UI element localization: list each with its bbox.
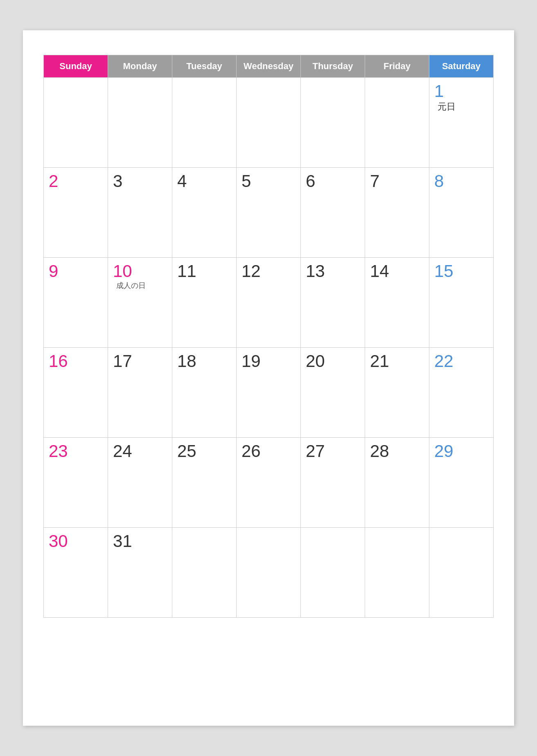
day-number: 11: [177, 262, 231, 281]
day-number: 6: [306, 172, 360, 191]
calendar-cell-w4-d1: 24: [108, 438, 172, 528]
weekday-header-sunday: Sunday: [44, 55, 108, 78]
day-number: 2: [49, 172, 103, 191]
calendar-cell-w3-d0: 16: [44, 348, 108, 438]
calendar-week-4: 23242526272829: [44, 438, 494, 528]
calendar-table: SundayMondayTuesdayWednesdayThursdayFrid…: [43, 55, 494, 618]
calendar-cell-w1-d0: 2: [44, 168, 108, 258]
day-number: 8: [434, 172, 488, 191]
calendar-cell-w3-d6: 22: [429, 348, 494, 438]
calendar-cell-w3-d2: 18: [172, 348, 237, 438]
calendar-cell-w5-d3: [237, 528, 301, 618]
day-number: 4: [177, 172, 231, 191]
calendar-cell-w5-d1: 31: [108, 528, 172, 618]
day-number: 25: [177, 442, 231, 461]
holiday-name: 成人の日: [116, 281, 146, 290]
calendar-cell-w1-d5: 7: [365, 168, 429, 258]
day-number: 19: [241, 352, 296, 371]
calendar-cell-w4-d0: 23: [44, 438, 108, 528]
calendar-cell-w5-d5: [365, 528, 429, 618]
day-number: 1: [434, 82, 488, 101]
weekday-header-friday: Friday: [365, 55, 429, 78]
weekday-header-thursday: Thursday: [301, 55, 365, 78]
calendar-cell-w0-d5: [365, 78, 429, 168]
day-number: 14: [370, 262, 424, 281]
calendar-cell-w4-d5: 28: [365, 438, 429, 528]
calendar-cell-w0-d1: [108, 78, 172, 168]
weekday-header-wednesday: Wednesday: [237, 55, 301, 78]
day-number: 18: [177, 352, 231, 371]
day-number: 22: [434, 352, 488, 371]
day-number: 29: [434, 442, 488, 461]
calendar-cell-w4-d2: 25: [172, 438, 237, 528]
calendar-cell-w2-d5: 14: [365, 258, 429, 348]
day-number: 26: [241, 442, 296, 461]
day-number: 27: [306, 442, 360, 461]
calendar-cell-w1-d2: 4: [172, 168, 237, 258]
day-number: 31: [113, 532, 167, 551]
calendar-cell-w4-d6: 29: [429, 438, 494, 528]
calendar-cell-w4-d3: 26: [237, 438, 301, 528]
calendar-cell-w1-d4: 6: [301, 168, 365, 258]
day-number: 3: [113, 172, 167, 191]
calendar-cell-w2-d0: 9: [44, 258, 108, 348]
calendar-cell-w0-d0: [44, 78, 108, 168]
calendar-cell-w1-d3: 5: [237, 168, 301, 258]
day-number: 28: [370, 442, 424, 461]
day-number: 13: [306, 262, 360, 281]
day-number: 12: [241, 262, 296, 281]
calendar-cell-w0-d2: [172, 78, 237, 168]
weekday-header-tuesday: Tuesday: [172, 55, 237, 78]
calendar-cell-w0-d6: 1元日: [429, 78, 494, 168]
day-number: 21: [370, 352, 424, 371]
calendar-cell-w3-d4: 20: [301, 348, 365, 438]
calendar-cell-w4-d4: 27: [301, 438, 365, 528]
calendar-week-2: 910成人の日1112131415: [44, 258, 494, 348]
calendar-cell-w1-d1: 3: [108, 168, 172, 258]
weekday-header-monday: Monday: [108, 55, 172, 78]
calendar-cell-w2-d3: 12: [237, 258, 301, 348]
day-number: 20: [306, 352, 360, 371]
day-number: 16: [49, 352, 103, 371]
calendar-cell-w2-d6: 15: [429, 258, 494, 348]
day-number: 9: [49, 262, 103, 281]
calendar-cell-w3-d3: 19: [237, 348, 301, 438]
day-number: 15: [434, 262, 488, 281]
weekday-header-saturday: Saturday: [429, 55, 494, 78]
calendar-cell-w2-d1: 10成人の日: [108, 258, 172, 348]
calendar-cell-w5-d4: [301, 528, 365, 618]
calendar-cell-w5-d6: [429, 528, 494, 618]
calendar-page: SundayMondayTuesdayWednesdayThursdayFrid…: [23, 30, 514, 726]
calendar-cell-w5-d0: 30: [44, 528, 108, 618]
calendar-cell-w3-d1: 17: [108, 348, 172, 438]
day-number: 23: [49, 442, 103, 461]
calendar-cell-w2-d4: 13: [301, 258, 365, 348]
day-number: 17: [113, 352, 167, 371]
day-number: 5: [241, 172, 296, 191]
calendar-cell-w1-d6: 8: [429, 168, 494, 258]
calendar-week-0: 1元日: [44, 78, 494, 168]
calendar-week-3: 16171819202122: [44, 348, 494, 438]
calendar-week-1: 2345678: [44, 168, 494, 258]
weekday-header-row: SundayMondayTuesdayWednesdayThursdayFrid…: [44, 55, 494, 78]
holiday-name: 元日: [438, 101, 456, 112]
calendar-cell-w0-d3: [237, 78, 301, 168]
calendar-cell-w3-d5: 21: [365, 348, 429, 438]
day-number: 30: [49, 532, 103, 551]
day-number: 10: [113, 262, 167, 281]
calendar-cell-w2-d2: 11: [172, 258, 237, 348]
day-number: 24: [113, 442, 167, 461]
day-number: 7: [370, 172, 424, 191]
calendar-week-5: 3031: [44, 528, 494, 618]
calendar-cell-w5-d2: [172, 528, 237, 618]
calendar-cell-w0-d4: [301, 78, 365, 168]
